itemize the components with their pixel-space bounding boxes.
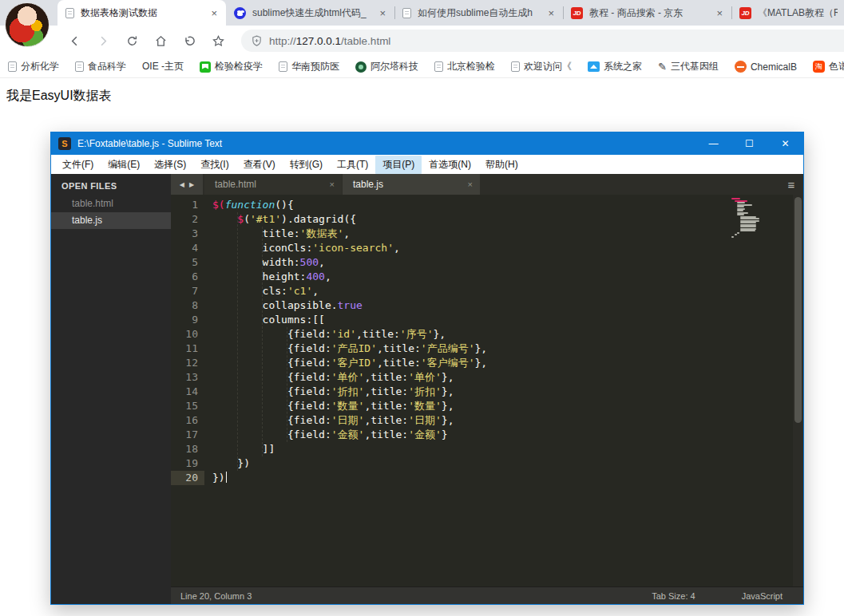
bookmark-label: 北京检验检 xyxy=(447,60,495,73)
code-editor[interactable]: 1$(function(){2 $('#t1').datagrid({3 tit… xyxy=(171,195,803,586)
reload-button[interactable] xyxy=(120,29,144,53)
minimap-line xyxy=(737,202,745,203)
home-button[interactable] xyxy=(149,29,172,53)
browser-tab[interactable]: sublime快速生成html代码_× xyxy=(226,0,394,26)
forward-button[interactable] xyxy=(91,29,115,53)
bookmark-item[interactable]: 分析化学 xyxy=(8,60,59,73)
sidebar-file[interactable]: table.html xyxy=(51,195,171,212)
editor-tab[interactable]: table.js× xyxy=(343,174,480,195)
code-line: 14 {field:'折扣',title:'折扣'}, xyxy=(171,385,803,399)
menu-item[interactable]: 选择(S) xyxy=(147,156,193,174)
editor-scrollbar-thumb[interactable] xyxy=(794,197,802,423)
code-token: 'id' xyxy=(331,328,356,340)
line-number: 18 xyxy=(171,442,204,456)
menu-item[interactable]: 帮助(H) xyxy=(478,156,525,174)
line-number: 1 xyxy=(171,198,204,212)
browser-tab-strip: 数据表格测试数据×sublime快速生成html代码_×如何使用sublime自… xyxy=(0,0,844,26)
sublime-sidebar: OPEN FILES table.htmltable.js xyxy=(51,174,171,604)
minimap[interactable] xyxy=(731,198,763,238)
menu-item[interactable]: 文件(F) xyxy=(55,156,101,174)
bookmark-label: 阿尔塔科技 xyxy=(370,60,418,73)
bookmark-label: 食品科学 xyxy=(88,60,126,73)
code-token: '金额' xyxy=(408,428,442,440)
tab-scroll-left-icon[interactable]: ◀ xyxy=(180,181,184,188)
code-text: {field:'金额',title:'金额'} xyxy=(204,428,448,442)
code-line: 18 ]] xyxy=(171,442,803,456)
editor-tab[interactable]: table.html× xyxy=(204,174,342,195)
minimap-line xyxy=(740,230,756,231)
tab-title: 数据表格测试数据 xyxy=(81,6,208,20)
code-text: width:500, xyxy=(204,255,325,270)
sidebar-file[interactable]: table.js xyxy=(51,212,171,229)
line-number: 10 xyxy=(171,327,204,342)
minimap-line xyxy=(731,198,740,199)
bookmark-item[interactable]: 食品科学 xyxy=(75,60,126,73)
maximize-button[interactable]: ☐ xyxy=(731,132,767,155)
tab-title: 教程 - 商品搜索 - 京东 xyxy=(589,6,714,20)
bookmark-item[interactable]: 欢迎访问《 xyxy=(511,60,572,73)
code-token: cls: xyxy=(212,285,287,297)
bookmark-item[interactable]: 华南预防医 xyxy=(279,60,339,73)
close-button[interactable]: ✕ xyxy=(767,132,803,155)
minimize-button[interactable]: — xyxy=(695,132,731,155)
bookmark-item[interactable]: ✎三代基因组 xyxy=(658,60,719,73)
editor-tab-close-icon[interactable]: × xyxy=(468,180,473,189)
tab-overflow-menu-icon[interactable]: ≡ xyxy=(779,174,803,195)
page-icon xyxy=(75,61,84,72)
code-token: '数量' xyxy=(408,400,442,412)
code-token: ,title: xyxy=(364,371,408,383)
tab-scroll-right-icon[interactable]: ▶ xyxy=(189,181,194,188)
code-line: 7 cls:'c1', xyxy=(171,284,803,298)
bookmark-label: OIE -主页 xyxy=(142,60,184,73)
code-token: '客户ID' xyxy=(331,357,377,369)
bookmark-item[interactable]: 检验检疫学 xyxy=(200,60,263,73)
back-button[interactable] xyxy=(62,29,86,53)
code-line: 16 {field:'日期',title:'日期'}, xyxy=(171,413,803,428)
bookmark-item[interactable]: 阿尔塔科技 xyxy=(355,60,418,73)
tab-close-icon[interactable]: × xyxy=(714,7,725,19)
bookmark-label: 欢迎访问《 xyxy=(524,60,572,73)
line-number: 20 xyxy=(171,471,204,485)
syntax-status[interactable]: JavaScript xyxy=(742,591,783,601)
menu-item[interactable]: 工具(T) xyxy=(330,156,375,174)
site-security-shield-icon xyxy=(251,35,263,47)
tab-close-icon[interactable]: × xyxy=(545,7,557,19)
menu-item[interactable]: 查看(V) xyxy=(236,156,283,174)
code-line: 4 iconCls:'icon-search', xyxy=(171,241,803,255)
menu-item[interactable]: 编辑(E) xyxy=(101,156,147,174)
menu-item[interactable]: 转到(G) xyxy=(283,156,330,174)
browser-tab[interactable]: JD教程 - 商品搜索 - 京东× xyxy=(563,0,731,26)
bookmark-item[interactable]: ChemicalB xyxy=(735,61,797,73)
browser-tab[interactable]: JD《MATLAB教程（R2022 xyxy=(731,0,844,26)
code-token: '日期' xyxy=(408,414,442,426)
menu-item[interactable]: 首选项(N) xyxy=(422,156,478,174)
browser-profile-avatar[interactable] xyxy=(5,2,50,47)
editor-scrollbar-track[interactable] xyxy=(793,195,803,586)
browser-tab[interactable]: 数据表格测试数据× xyxy=(57,0,226,26)
code-token: 'icon-search' xyxy=(312,242,394,254)
browser-tab[interactable]: 如何使用sublime自动生成h× xyxy=(394,0,563,26)
menu-item[interactable]: 项目(P) xyxy=(375,156,422,174)
code-token: }, xyxy=(442,400,454,412)
undo-restore-button[interactable] xyxy=(177,29,201,53)
code-line: 13 {field:'单价',title:'单价'}, xyxy=(171,370,803,385)
menu-item[interactable]: 查找(I) xyxy=(193,156,236,174)
code-token: {field: xyxy=(212,385,331,397)
editor-tab-close-icon[interactable]: × xyxy=(330,180,335,189)
bookmark-item[interactable]: 系统之家 xyxy=(588,60,642,73)
bookmark-label: 系统之家 xyxy=(604,60,642,73)
tab-close-icon[interactable]: × xyxy=(208,7,220,19)
tab-size-status[interactable]: Tab Size: 4 xyxy=(652,591,695,601)
code-token: }, xyxy=(474,357,487,369)
sublime-title-bar[interactable]: S E:\Foxtable\table.js - Sublime Text — … xyxy=(51,132,803,155)
bookmark-item[interactable]: 淘色谱耗材 xyxy=(813,60,844,73)
minimap-line xyxy=(740,218,759,219)
bookmark-item[interactable]: OIE -主页 xyxy=(142,60,184,73)
page-icon xyxy=(434,61,443,72)
bookmark-star-button[interactable] xyxy=(206,29,230,53)
code-token: }, xyxy=(433,328,446,340)
address-bar[interactable]: http://127.0.0.1/table.html xyxy=(241,30,844,52)
bookmark-item[interactable]: 北京检验检 xyxy=(434,60,495,73)
code-token: true xyxy=(338,299,363,311)
tab-close-icon[interactable]: × xyxy=(377,7,388,19)
